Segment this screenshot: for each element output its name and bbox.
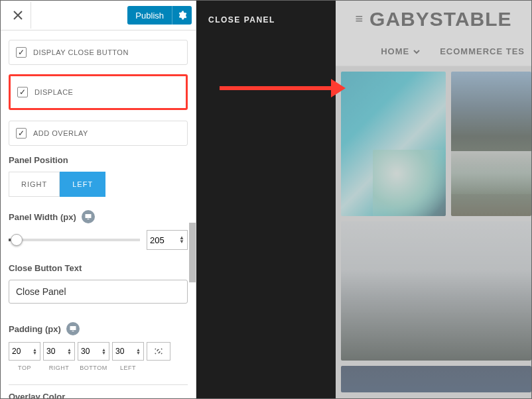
panel-width-input[interactable]: 205 ▲▼ [147, 230, 188, 250]
panel-position-right[interactable]: RIGHT [9, 172, 60, 197]
chevron-down-icon [413, 48, 420, 55]
padding-sub-bottom: BOTTOM [78, 365, 109, 371]
panel-position-left[interactable]: LEFT [60, 172, 105, 197]
close-customizer-button[interactable] [5, 2, 31, 28]
checkbox-label: DISPLAY CLOSE BUTTON [33, 48, 129, 56]
panel-position-segmented: RIGHT LEFT [9, 172, 188, 197]
sidebar-scroll: DISPLAY CLOSE BUTTON DISPLACE ADD OVERLA… [1, 30, 196, 398]
publish-settings-button[interactable] [172, 6, 192, 25]
padding-right-input[interactable]: 30▲▼ [43, 342, 75, 361]
responsive-toggle[interactable] [66, 322, 80, 335]
customizer-sidebar: Publish DISPLAY CLOSE BUTTON DISPLACE AD… [1, 1, 196, 398]
site-nav: HOME ECOMMERCE TES [336, 37, 531, 66]
svg-rect-0 [85, 214, 91, 218]
padding-bottom-input[interactable]: 30▲▼ [78, 342, 109, 361]
svg-rect-3 [72, 331, 74, 331]
sidebar-topbar: Publish [1, 1, 196, 30]
checkbox-icon [16, 128, 27, 139]
unlink-icon [153, 346, 164, 357]
display-close-button-checkbox[interactable]: DISPLAY CLOSE BUTTON [9, 40, 188, 65]
hamburger-icon[interactable]: ≡ [355, 11, 363, 27]
svg-rect-1 [87, 219, 89, 219]
site-preview: ≡ GABYSTABLE HOME ECOMMERCE TES [336, 1, 531, 398]
gallery-image[interactable] [341, 221, 531, 361]
offcanvas-panel: CLOSE PANEL [196, 1, 336, 398]
nav-home[interactable]: HOME [381, 46, 420, 56]
panel-position-label: Panel Position [9, 155, 188, 165]
close-button-text-input[interactable] [9, 280, 188, 304]
site-title: GABYSTABLE [369, 8, 511, 30]
padding-sub-left: LEFT [112, 365, 144, 371]
divider [9, 384, 188, 385]
close-button-text-label: Close Button Text [9, 263, 188, 273]
site-header: ≡ GABYSTABLE [336, 1, 531, 37]
desktop-icon [84, 213, 92, 221]
gallery-image[interactable] [341, 72, 446, 216]
padding-sub-right: RIGHT [43, 365, 75, 371]
padding-sub-top: TOP [9, 365, 40, 371]
slider-thumb[interactable] [11, 234, 23, 246]
image-gallery [336, 66, 531, 392]
gallery-image[interactable] [451, 72, 531, 216]
gallery-image[interactable] [341, 366, 531, 392]
gear-icon [178, 11, 187, 20]
desktop-icon [69, 325, 77, 333]
overlay-color-label: Overlay Color [9, 392, 188, 398]
close-icon [13, 10, 23, 21]
spinner-icon[interactable]: ▲▼ [101, 348, 106, 355]
padding-label: Padding (px) [9, 324, 61, 334]
annotation-arrow [220, 82, 346, 95]
preview-pane: CLOSE PANEL ≡ GABYSTABLE HOME ECOMMERCE … [196, 1, 531, 398]
checkbox-icon [16, 47, 27, 58]
padding-top-input[interactable]: 20▲▼ [9, 342, 40, 361]
spinner-icon[interactable]: ▲▼ [67, 348, 72, 355]
checkbox-label: ADD OVERLAY [33, 129, 88, 137]
displace-checkbox[interactable]: DISPLACE [9, 74, 188, 110]
add-overlay-checkbox[interactable]: ADD OVERLAY [9, 121, 188, 146]
spinner-icon[interactable]: ▲▼ [136, 348, 141, 355]
padding-left-input[interactable]: 30▲▼ [112, 342, 144, 361]
scrollbar-thumb[interactable] [189, 223, 196, 282]
spinner-icon[interactable]: ▲▼ [179, 236, 184, 244]
spinner-icon[interactable]: ▲▼ [33, 348, 37, 355]
publish-button[interactable]: Publish [127, 6, 172, 25]
checkbox-icon [17, 87, 28, 97]
responsive-toggle[interactable] [82, 210, 95, 223]
close-panel-link[interactable]: CLOSE PANEL [208, 15, 324, 25]
panel-width-label: Panel Width (px) [9, 212, 76, 222]
padding-link-button[interactable] [147, 342, 170, 361]
checkbox-label: DISPLACE [34, 88, 73, 96]
panel-width-slider[interactable] [9, 239, 140, 241]
nav-ecommerce[interactable]: ECOMMERCE TES [440, 46, 525, 56]
svg-rect-2 [70, 326, 76, 330]
